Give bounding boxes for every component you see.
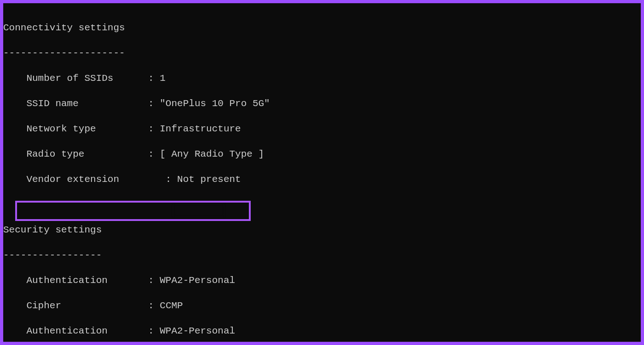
connectivity-divider: --------------------- — [3, 47, 641, 60]
label: Vendor extension — [3, 174, 119, 185]
row-num-ssids: Number of SSIDs : 1 — [3, 72, 641, 85]
separator: : — [79, 98, 160, 109]
security-header: Security settings — [3, 224, 641, 237]
blank-line — [3, 198, 641, 211]
label: Radio type — [3, 149, 84, 159]
label: SSID name — [3, 98, 79, 109]
terminal-output: Connectivity settings ------------------… — [3, 3, 641, 342]
connectivity-header: Connectivity settings — [3, 22, 641, 34]
value: Infrastructure — [160, 124, 241, 134]
label: Number of SSIDs — [3, 73, 113, 84]
separator: : — [96, 124, 160, 134]
separator: : — [108, 326, 160, 336]
row-vendor-extension: Vendor extension : Not present — [3, 173, 641, 186]
value: CCMP — [160, 300, 183, 311]
separator: : — [61, 300, 160, 311]
redacted-password — [173, 204, 224, 216]
row-network-type: Network type : Infrastructure — [3, 123, 641, 136]
label: Network type — [3, 124, 96, 134]
value: [ Any Radio Type ] — [160, 149, 264, 159]
separator: : — [84, 149, 160, 159]
label: Authentication — [3, 275, 108, 286]
separator: : — [119, 174, 177, 185]
value: WPA2-Personal — [160, 275, 235, 286]
row-authentication: Authentication : WPA2-Personal — [3, 274, 641, 287]
separator: : — [108, 275, 160, 286]
value: WPA2-Personal — [160, 326, 235, 336]
label: Authentication — [3, 326, 108, 336]
row-ssid-name: SSID name : "OnePlus 10 Pro 5G" — [3, 97, 641, 110]
value: Not present — [177, 174, 241, 185]
value: 1 — [160, 73, 166, 84]
security-divider: ----------------- — [3, 249, 641, 262]
label: Cipher — [3, 300, 61, 311]
row-radio-type: Radio type : [ Any Radio Type ] — [3, 148, 641, 161]
separator: : — [113, 73, 160, 84]
value: "OnePlus 10 Pro 5G" — [160, 98, 270, 109]
row-authentication: Authentication : WPA2-Personal — [3, 325, 641, 338]
row-cipher: Cipher : CCMP — [3, 300, 641, 312]
